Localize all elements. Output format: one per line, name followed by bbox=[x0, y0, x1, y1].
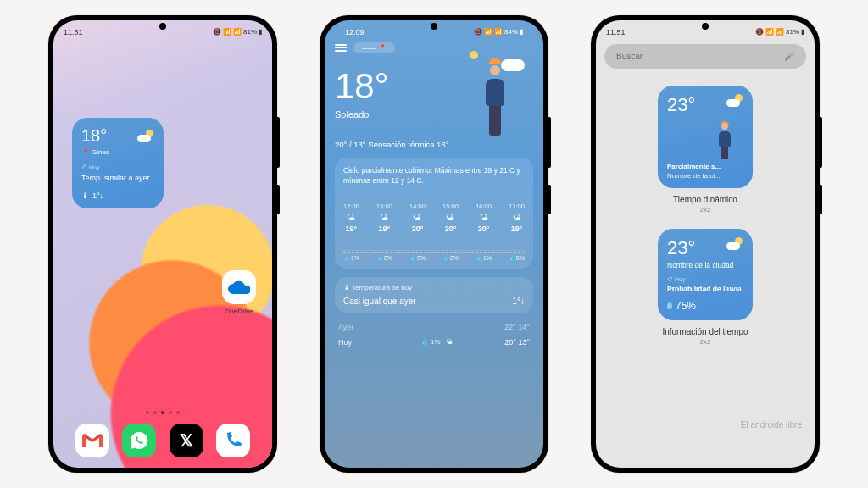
forecast-summary: Cielo parcialmente cubierto. Máximas ent… bbox=[343, 164, 525, 191]
widget-delta: 🌡 1°↓ bbox=[81, 191, 154, 200]
cloud-icon bbox=[501, 59, 525, 71]
x-icon[interactable]: 𝕏 bbox=[170, 424, 203, 458]
preview-precip: 75% bbox=[667, 300, 743, 312]
hour-item: 16:00🌤20° bbox=[476, 202, 492, 233]
preview-temp: 23° bbox=[667, 94, 695, 116]
today-card-title: 🌡 Temperatura de hoy bbox=[343, 284, 525, 291]
partly-cloudy-icon bbox=[726, 94, 743, 107]
hour-item: 17:00🌤19° bbox=[509, 202, 525, 233]
widget-location: 📍 Gines bbox=[81, 148, 154, 156]
status-time: 11:51 bbox=[606, 28, 626, 36]
preview-condition: Parcialmente s... bbox=[667, 163, 743, 170]
hour-item: 14:00🌤20° bbox=[409, 202, 426, 233]
preview-city: Nombre de la ciudad bbox=[667, 261, 743, 269]
weather-widget[interactable]: 18° 📍 Gines ⏱ Hoy Temp. similar a ayer 🌡… bbox=[72, 118, 164, 208]
daily-row: Ayer 22° 14° bbox=[338, 319, 530, 335]
widget-temp: 18° bbox=[81, 126, 107, 146]
phone-widget-picker: 11:51 📵 📶 📶 81%▮ Buscar 🎤 23° Parcialmen… bbox=[591, 15, 820, 473]
status-time: 12:09 bbox=[345, 28, 364, 36]
widget-summary: Temp. similar a ayer bbox=[81, 174, 154, 183]
precip-row: 💧1%💧0%💧0%💧0%💧1%💧0% bbox=[343, 250, 525, 262]
daily-row: Hoy 💧 1% 🌤 20° 13° bbox=[338, 335, 530, 350]
widget-preview-info[interactable]: 23° Nombre de la ciudad ⏱ Hoy Probabilid… bbox=[596, 229, 815, 346]
preview-prob-label: Probabilidad de lluvia bbox=[667, 285, 743, 293]
hour-item: 13:00🌤19° bbox=[376, 202, 392, 233]
phone-weather-app: 12:09 📵 📶 📶 84%▮ —— 📍 18° Soleado 20° / … bbox=[320, 15, 548, 473]
preview-temp: 23° bbox=[667, 237, 695, 259]
compare-delta: 1°↓ bbox=[512, 297, 525, 306]
search-input[interactable]: Buscar 🎤 bbox=[604, 44, 806, 69]
status-time: 11:51 bbox=[64, 28, 83, 36]
status-indicators: 📵 📶 📶 84%▮ bbox=[474, 28, 523, 36]
person-illustration bbox=[478, 70, 512, 147]
partly-cloudy-icon bbox=[726, 237, 743, 250]
phone-homescreen: 11:51 📵 📶 📶 81%▮ 18° 📍 Gines ⏱ Hoy Temp.… bbox=[48, 15, 277, 473]
widget-preview-dynamic[interactable]: 23° Parcialmente s... Nombre de la ci...… bbox=[596, 86, 815, 214]
hour-item: 12:00🌤19° bbox=[343, 202, 359, 233]
daily-forecast[interactable]: Ayer 22° 14° Hoy 💧 1% 🌤 20° 13° bbox=[335, 319, 533, 350]
sun-icon bbox=[470, 51, 478, 59]
search-placeholder: Buscar bbox=[616, 52, 643, 61]
preview-title: Tiempo dinámico bbox=[596, 195, 815, 204]
widget-today-label: ⏱ Hoy bbox=[81, 164, 154, 170]
hour-item: 15:00🌤20° bbox=[442, 202, 459, 233]
menu-icon[interactable] bbox=[335, 44, 347, 52]
preview-today-label: ⏱ Hoy bbox=[667, 276, 743, 282]
partly-cloudy-icon bbox=[137, 130, 154, 142]
app-label: OneDrive bbox=[219, 308, 259, 315]
hourly-forecast[interactable]: 12:00🌤19° 13:00🌤19° 14:00🌤20° 15:00🌤20° … bbox=[343, 197, 525, 233]
whatsapp-icon[interactable] bbox=[122, 424, 156, 458]
preview-city: Nombre de la ci... bbox=[667, 172, 743, 180]
compare-text: Casi igual que ayer bbox=[343, 297, 416, 306]
today-compare-card[interactable]: 🌡 Temperatura de hoy Casi igual que ayer… bbox=[335, 277, 533, 313]
front-camera bbox=[431, 23, 437, 30]
gmail-icon[interactable] bbox=[75, 424, 109, 458]
weather-hero: 18° Soleado 20° / 13° Sensación térmica … bbox=[335, 66, 533, 149]
person-illustration bbox=[667, 120, 743, 158]
preview-size: 2x2 bbox=[596, 206, 815, 214]
front-camera bbox=[159, 23, 166, 30]
location-selector[interactable]: —— 📍 bbox=[353, 42, 395, 53]
page-indicator[interactable] bbox=[146, 411, 180, 414]
watermark: El androide libre bbox=[741, 420, 802, 430]
status-indicators: 📵 📶 📶 81%▮ bbox=[755, 28, 804, 36]
front-camera bbox=[702, 23, 709, 30]
status-indicators: 📵 📶 📶 81%▮ bbox=[213, 28, 262, 36]
preview-size: 2x2 bbox=[596, 338, 815, 346]
forecast-card[interactable]: Cielo parcialmente cubierto. Máximas ent… bbox=[335, 158, 533, 269]
dock: 𝕏 bbox=[53, 424, 272, 458]
mic-icon[interactable]: 🎤 bbox=[784, 52, 794, 61]
app-onedrive[interactable]: OneDrive bbox=[219, 270, 259, 315]
onedrive-icon bbox=[222, 270, 256, 304]
phone-icon[interactable] bbox=[216, 424, 250, 458]
preview-title: Información del tiempo bbox=[596, 327, 815, 336]
drop-icon bbox=[667, 302, 672, 309]
